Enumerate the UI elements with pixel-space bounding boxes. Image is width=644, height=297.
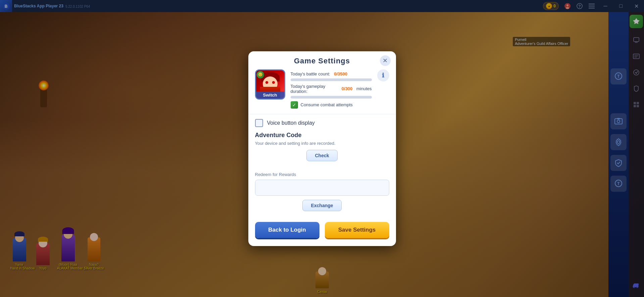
consume-combat-label: Consume combat attempts bbox=[301, 102, 353, 107]
save-settings-button[interactable]: Save Settings bbox=[325, 222, 389, 238]
redeem-label: Redeem for Rewards bbox=[255, 172, 389, 177]
battle-count-bar bbox=[291, 78, 372, 81]
modal-top-section: 😊 Switch Today's battle count: 0/3500 To… bbox=[248, 69, 396, 114]
battle-count-label: Today's battle count: bbox=[291, 71, 330, 76]
redeem-input[interactable] bbox=[255, 180, 389, 196]
adventure-code-title: Adventure Code bbox=[255, 132, 389, 139]
redeem-section: Redeem for Rewards Exchange bbox=[248, 172, 396, 217]
gameplay-duration-value: 0/300 bbox=[342, 86, 353, 91]
modal-close-button[interactable]: ✕ bbox=[380, 55, 391, 66]
avatar-label: Switch bbox=[256, 92, 284, 99]
adventure-code-desc: Your device and setting info are recorde… bbox=[255, 141, 389, 146]
modal-header: Game Settings ✕ bbox=[248, 51, 396, 69]
stats-area: Today's battle count: 0/3500 Today's gam… bbox=[291, 69, 372, 109]
voice-label: Voice button display bbox=[267, 120, 315, 126]
voice-checkbox[interactable] bbox=[255, 119, 263, 127]
consume-combat-row: ✓ Consume combat attempts bbox=[291, 101, 372, 109]
gameplay-duration-bar bbox=[291, 96, 372, 99]
exchange-button[interactable]: Exchange bbox=[302, 200, 341, 211]
avatar-eye-left bbox=[265, 81, 268, 84]
voice-section: Voice button display bbox=[248, 114, 396, 132]
info-button[interactable]: ℹ bbox=[377, 69, 389, 81]
check-button[interactable]: Check bbox=[306, 150, 337, 161]
gameplay-duration-label: Today's gameplay duration: bbox=[291, 84, 338, 94]
battle-count-row: Today's battle count: 0/3500 bbox=[291, 71, 372, 76]
consume-check-icon: ✓ bbox=[291, 101, 298, 109]
gameplay-duration-unit: minutes bbox=[356, 86, 372, 91]
avatar-badge-icon: 😊 bbox=[257, 71, 264, 78]
gameplay-duration-row: Today's gameplay duration: 0/300 minutes bbox=[291, 84, 372, 94]
back-to-login-button[interactable]: Back to Login bbox=[255, 222, 319, 238]
battle-count-value: 0/3500 bbox=[334, 71, 347, 76]
game-settings-modal: Game Settings ✕ bbox=[248, 51, 396, 246]
avatar-eye-right bbox=[272, 81, 275, 84]
modal-footer: Back to Login Save Settings bbox=[248, 217, 396, 238]
modal-overlay: Game Settings ✕ bbox=[0, 0, 644, 297]
adventure-code-section: Adventure Code Your device and setting i… bbox=[248, 132, 396, 172]
avatar-container: 😊 Switch bbox=[255, 69, 285, 100]
modal-title: Game Settings bbox=[255, 57, 389, 65]
